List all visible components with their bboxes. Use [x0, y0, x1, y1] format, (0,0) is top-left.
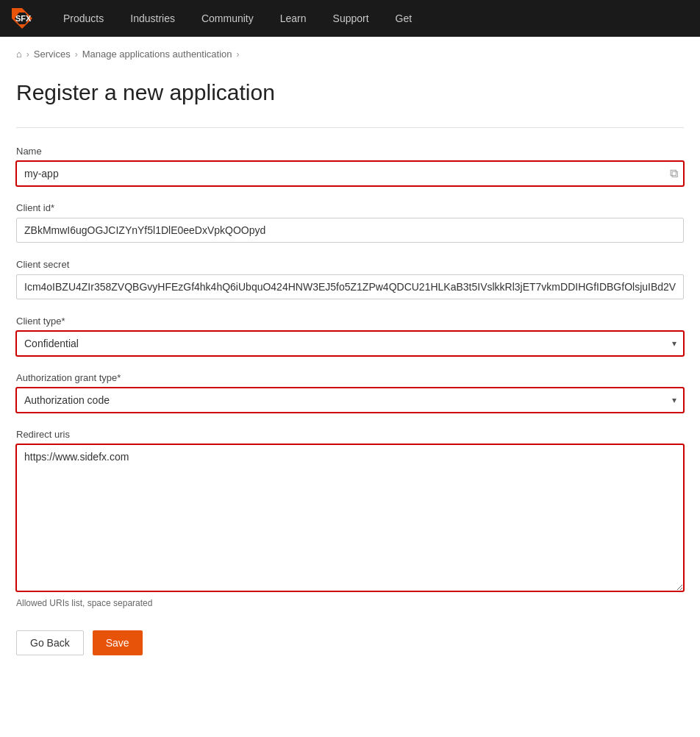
save-button[interactable]: Save: [93, 630, 143, 655]
client-secret-input[interactable]: [16, 274, 684, 299]
navbar: SFX Products Industries Community Learn …: [0, 0, 700, 37]
copy-icon[interactable]: ⧉: [670, 167, 678, 180]
page-title: Register a new application: [16, 80, 684, 105]
go-back-button[interactable]: Go Back: [16, 630, 84, 655]
breadcrumb-sep-3: ›: [237, 49, 240, 60]
name-input[interactable]: [16, 161, 684, 186]
form-group-client-id: Client id*: [16, 202, 684, 243]
client-type-label: Client type*: [16, 316, 684, 327]
divider: [16, 127, 684, 128]
form-group-auth-grant: Authorization grant type* Authorization …: [16, 372, 684, 413]
client-type-select-wrapper: Confidential Public ▾: [16, 331, 684, 356]
svg-text:SFX: SFX: [15, 14, 32, 23]
auth-grant-select[interactable]: Authorization code Implicit Resource own…: [16, 388, 684, 413]
nav-item-support[interactable]: Support: [320, 0, 382, 37]
auth-grant-select-wrapper: Authorization code Implicit Resource own…: [16, 388, 684, 413]
client-id-label: Client id*: [16, 202, 684, 213]
nav-item-learn[interactable]: Learn: [267, 0, 320, 37]
auth-grant-label: Authorization grant type*: [16, 372, 684, 383]
name-input-wrapper: ⧉: [16, 161, 684, 186]
form-group-client-type: Client type* Confidential Public ▾: [16, 316, 684, 356]
button-row: Go Back Save: [16, 630, 684, 655]
navbar-logo[interactable]: SFX: [9, 5, 35, 32]
breadcrumb-manage-auth[interactable]: Manage applications authentication: [82, 49, 232, 60]
main-content: Register a new application Name ⧉ Client…: [0, 65, 700, 685]
nav-item-get[interactable]: Get: [382, 0, 426, 37]
form-group-client-secret: Client secret: [16, 259, 684, 299]
client-secret-label: Client secret: [16, 259, 684, 270]
breadcrumb-sep-1: ›: [26, 49, 29, 60]
breadcrumb: ⌂ › Services › Manage applications authe…: [0, 37, 700, 65]
name-label: Name: [16, 146, 684, 157]
form-group-name: Name ⧉: [16, 146, 684, 186]
form-group-redirect-uris: Redirect uris https://www.sidefx.com All…: [16, 429, 684, 608]
nav-item-industries[interactable]: Industries: [117, 0, 188, 37]
redirect-uris-textarea[interactable]: https://www.sidefx.com: [16, 444, 684, 591]
nav-item-community[interactable]: Community: [188, 0, 267, 37]
navbar-nav: Products Industries Community Learn Supp…: [50, 0, 425, 37]
redirect-uris-helper: Allowed URIs list, space separated: [16, 598, 684, 608]
breadcrumb-services[interactable]: Services: [34, 49, 71, 60]
client-type-select[interactable]: Confidential Public: [16, 331, 684, 356]
nav-item-products[interactable]: Products: [50, 0, 117, 37]
client-id-input[interactable]: [16, 218, 684, 243]
redirect-uris-label: Redirect uris: [16, 429, 684, 440]
home-icon[interactable]: ⌂: [16, 49, 22, 60]
breadcrumb-sep-2: ›: [75, 49, 78, 60]
